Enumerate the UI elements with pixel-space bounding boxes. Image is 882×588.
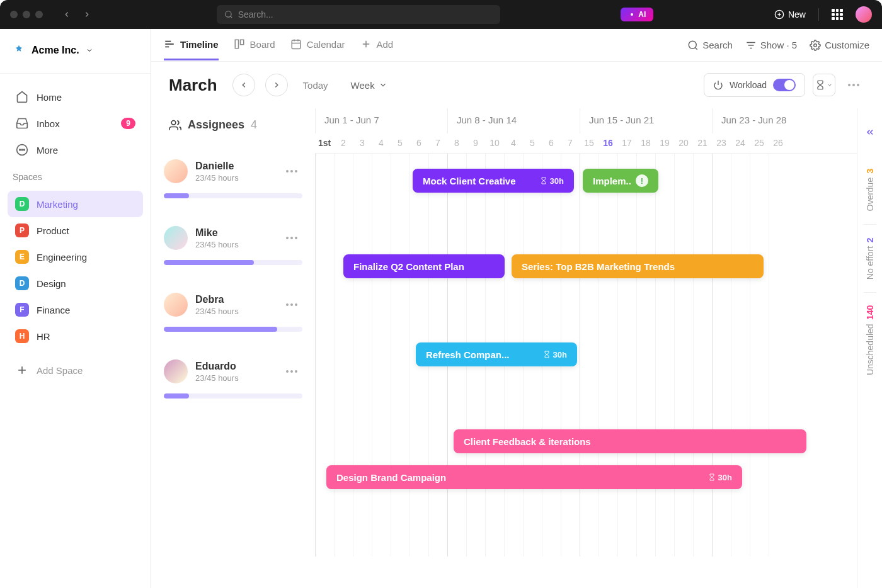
space-item-marketing[interactable]: DMarketing bbox=[8, 191, 143, 217]
assignee-more[interactable] bbox=[281, 298, 302, 311]
space-badge: D bbox=[15, 276, 29, 290]
topbar-right: New bbox=[774, 6, 872, 23]
search-button[interactable]: Search bbox=[687, 40, 733, 51]
sidebar-item-inbox[interactable]: Inbox 9 bbox=[8, 110, 143, 137]
space-item-product[interactable]: PProduct bbox=[8, 217, 143, 244]
board-icon bbox=[234, 38, 245, 50]
task-bar[interactable]: Implem..! bbox=[583, 169, 658, 193]
day-label: 8 bbox=[447, 133, 466, 152]
spaces-label: Spaces bbox=[0, 167, 151, 187]
svg-point-11 bbox=[814, 43, 817, 47]
task-bar[interactable]: Refresh Compan...30h bbox=[416, 342, 577, 366]
more-icon bbox=[15, 143, 29, 157]
day-label: 1st bbox=[315, 133, 334, 152]
day-label: 18 bbox=[636, 133, 655, 152]
space-item-design[interactable]: DDesign bbox=[8, 270, 143, 297]
rail-overdue[interactable]: Overdue 3 bbox=[865, 156, 875, 224]
plus-icon bbox=[360, 38, 372, 50]
show-button[interactable]: Show · 5 bbox=[745, 40, 797, 51]
space-item-finance[interactable]: FFinance bbox=[8, 297, 143, 323]
next-period[interactable] bbox=[265, 74, 288, 96]
day-label: 2 bbox=[334, 133, 353, 152]
group-by-button[interactable] bbox=[813, 74, 835, 96]
workload-bar bbox=[164, 393, 302, 399]
rail-unscheduled[interactable]: Unscheduled 140 bbox=[865, 293, 875, 388]
week-label: Jun 1 - Jun 7 bbox=[315, 108, 447, 133]
space-badge: E bbox=[15, 250, 29, 264]
collapse-rail[interactable] bbox=[865, 127, 875, 137]
assignee-avatar[interactable] bbox=[164, 226, 188, 250]
svg-point-0 bbox=[225, 11, 231, 17]
assignee-row: Debra 23/45 hours bbox=[164, 275, 302, 342]
assignee-avatar[interactable] bbox=[164, 359, 188, 383]
workload-bar bbox=[164, 327, 302, 332]
assignee-more[interactable] bbox=[281, 365, 302, 378]
search-placeholder: Search... bbox=[238, 9, 273, 20]
assignee-header[interactable]: Assignees 4 bbox=[164, 108, 302, 142]
task-hours: 30h bbox=[540, 176, 564, 186]
space-item-engineering[interactable]: EEngineering bbox=[8, 244, 143, 270]
day-label: 7 bbox=[561, 133, 580, 152]
more-options[interactable] bbox=[843, 79, 864, 91]
tab-timeline[interactable]: Timeline bbox=[164, 30, 219, 60]
minimize-window[interactable] bbox=[23, 11, 30, 18]
inbox-icon bbox=[15, 116, 29, 130]
assignee-hours: 23/45 hours bbox=[195, 307, 239, 316]
sparkle-icon bbox=[628, 11, 636, 18]
task-bar[interactable]: Mock Client Creative30h bbox=[413, 169, 574, 193]
task-bar[interactable]: Design Brand Campaign30h bbox=[326, 465, 742, 489]
day-label: 23 bbox=[712, 133, 731, 152]
tab-add[interactable]: Add bbox=[360, 30, 394, 60]
workload-bar bbox=[164, 193, 302, 198]
day-label: 16 bbox=[598, 133, 617, 152]
tab-board[interactable]: Board bbox=[234, 30, 275, 60]
workload-toggle[interactable]: Workload bbox=[704, 73, 805, 97]
task-label: Implem.. bbox=[593, 176, 631, 186]
task-bar[interactable]: Client Feedback & iterations bbox=[454, 429, 806, 453]
svg-point-6 bbox=[24, 149, 25, 150]
chevron-down-icon bbox=[379, 81, 387, 89]
nav-forward[interactable] bbox=[78, 6, 96, 23]
today-button[interactable]: Today bbox=[303, 80, 328, 91]
day-label: 4 bbox=[504, 133, 523, 152]
apps-menu[interactable] bbox=[832, 9, 843, 20]
assignee-more[interactable] bbox=[281, 165, 302, 178]
assignee-row: Eduardo 23/45 hours bbox=[164, 342, 302, 409]
customize-button[interactable]: Customize bbox=[810, 40, 869, 51]
assignee-avatar[interactable] bbox=[164, 159, 188, 183]
workload-switch[interactable] bbox=[773, 79, 796, 91]
assignee-column: Assignees 4 Danielle 23/45 hours Mike 23… bbox=[151, 108, 315, 588]
task-hours: 30h bbox=[543, 350, 567, 359]
ai-button[interactable]: AI bbox=[621, 8, 653, 21]
add-space-button[interactable]: Add Space bbox=[8, 357, 143, 383]
svg-rect-8 bbox=[240, 40, 243, 45]
space-badge: H bbox=[15, 329, 29, 343]
sidebar-item-more[interactable]: More bbox=[8, 137, 143, 163]
day-label: 17 bbox=[617, 133, 636, 152]
assignee-name: Eduardo bbox=[195, 361, 239, 372]
day-label: 26 bbox=[769, 133, 788, 152]
sidebar-item-home[interactable]: Home bbox=[8, 84, 143, 110]
rail-no-effort[interactable]: No effort 2 bbox=[865, 225, 875, 292]
new-button[interactable]: New bbox=[774, 9, 806, 20]
user-avatar[interactable] bbox=[856, 6, 872, 23]
view-granularity[interactable]: Week bbox=[351, 80, 387, 91]
task-bar[interactable]: Finalize Q2 Content Plan bbox=[343, 254, 505, 278]
home-icon bbox=[15, 90, 29, 104]
assignee-more[interactable] bbox=[281, 232, 302, 244]
prev-period[interactable] bbox=[232, 74, 255, 96]
workspace-switcher[interactable]: Acme Inc. bbox=[0, 39, 151, 67]
plus-icon bbox=[15, 363, 29, 377]
close-window[interactable] bbox=[10, 11, 18, 18]
tab-calendar[interactable]: Calendar bbox=[290, 30, 345, 60]
gantt-body[interactable]: Mock Client Creative30hImplem..!Finalize… bbox=[315, 154, 857, 557]
space-item-hr[interactable]: HHR bbox=[8, 323, 143, 349]
task-bar[interactable]: Series: Top B2B Marketing Trends bbox=[512, 254, 764, 278]
week-label: Jun 8 - Jun 14 bbox=[447, 108, 580, 133]
global-search[interactable]: Search... bbox=[217, 5, 500, 24]
assignee-avatar[interactable] bbox=[164, 293, 188, 317]
people-icon bbox=[169, 119, 181, 132]
maximize-window[interactable] bbox=[35, 11, 43, 18]
svg-point-12 bbox=[171, 120, 176, 125]
nav-back[interactable] bbox=[58, 6, 76, 23]
